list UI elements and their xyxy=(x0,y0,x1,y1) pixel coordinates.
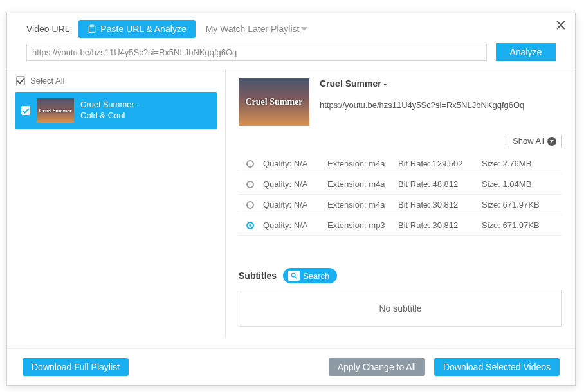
show-all-button[interactable]: Show All xyxy=(507,134,562,148)
format-bitrate: Bit Rate: 30.812 xyxy=(398,220,482,230)
video-item-title: Cruel Summer - Cold & Cool xyxy=(80,100,140,121)
format-bitrate: Bit Rate: 30.812 xyxy=(398,200,482,209)
main-panel: Cruel Summer Cruel Summer - https://yout… xyxy=(226,69,575,337)
video-url-text: https://youtu.be/hzs11U4y5Sc?si=Rx5NLJbN… xyxy=(320,100,562,110)
url-input[interactable] xyxy=(26,44,487,61)
subtitles-box: No subtitle xyxy=(239,290,562,327)
format-quality: Quality: N/A xyxy=(263,200,327,209)
svg-line-3 xyxy=(295,276,297,278)
format-size: Size: 671.97KB xyxy=(482,200,558,209)
format-size: Size: 671.97KB xyxy=(482,220,558,230)
subtitles-search-button[interactable]: Search xyxy=(283,268,337,283)
subtitles-label: Subtitles xyxy=(239,271,277,281)
sidebar: Select All Cruel Summer Cruel Summer - C… xyxy=(7,69,226,337)
format-size: Size: 1.04MB xyxy=(482,179,558,189)
video-item-title-line2: Cold & Cool xyxy=(80,111,140,121)
format-row[interactable]: Quality: N/AExtension: m4aBit Rate: 30.8… xyxy=(239,195,562,215)
video-item-title-line1: Cruel Summer - xyxy=(80,100,140,111)
video-item-checkbox[interactable] xyxy=(21,106,30,115)
format-radio[interactable] xyxy=(246,201,254,209)
watch-later-label: My Watch Later Playlist xyxy=(206,24,300,34)
search-icon xyxy=(288,271,300,281)
format-radio[interactable] xyxy=(246,222,254,229)
download-full-playlist-button[interactable]: Download Full Playlist xyxy=(23,358,129,376)
watch-later-link[interactable]: My Watch Later Playlist xyxy=(206,24,308,34)
paste-url-analyze-button[interactable]: Paste URL & Analyze xyxy=(78,20,195,38)
format-quality: Quality: N/A xyxy=(263,220,327,230)
select-all-checkbox[interactable] xyxy=(16,76,25,85)
format-extension: Extension: m4a xyxy=(327,200,398,209)
chevron-down-icon xyxy=(301,27,307,31)
format-extension: Extension: mp3 xyxy=(327,220,398,230)
video-thumbnail-large: Cruel Summer xyxy=(239,78,309,126)
subtitles-search-label: Search xyxy=(303,271,329,281)
clipboard-icon xyxy=(87,24,96,33)
apply-change-to-all-button[interactable]: Apply Change to All xyxy=(329,358,425,376)
format-bitrate: Bit Rate: 129.502 xyxy=(398,159,482,168)
format-row[interactable]: Quality: N/AExtension: m4aBit Rate: 129.… xyxy=(239,154,562,174)
format-row[interactable]: Quality: N/AExtension: m4aBit Rate: 48.8… xyxy=(239,174,562,195)
format-radio[interactable] xyxy=(246,181,254,188)
thumb-overlay-text: Cruel Summer xyxy=(39,108,72,114)
video-thumbnail-small: Cruel Summer xyxy=(37,98,74,123)
svg-point-2 xyxy=(291,273,295,277)
video-title: Cruel Summer - xyxy=(320,78,562,89)
close-icon xyxy=(556,20,566,30)
format-bitrate: Bit Rate: 48.812 xyxy=(398,179,482,189)
format-quality: Quality: N/A xyxy=(263,159,327,168)
format-radio[interactable] xyxy=(246,160,254,168)
format-row[interactable]: Quality: N/AExtension: mp3Bit Rate: 30.8… xyxy=(239,215,562,236)
format-size: Size: 2.76MB xyxy=(482,159,558,168)
format-quality: Quality: N/A xyxy=(263,179,327,189)
format-extension: Extension: m4a xyxy=(327,179,398,189)
video-url-label: Video URL: xyxy=(26,24,72,34)
show-all-label: Show All xyxy=(513,136,545,146)
analyze-button[interactable]: Analyze xyxy=(496,43,556,61)
thumb-overlay-text-large: Cruel Summer xyxy=(245,97,302,107)
close-button[interactable] xyxy=(556,20,566,30)
paste-url-label: Paste URL & Analyze xyxy=(100,24,186,34)
format-extension: Extension: m4a xyxy=(327,159,398,168)
sidebar-video-item[interactable]: Cruel Summer Cruel Summer - Cold & Cool xyxy=(15,92,217,129)
no-subtitle-text: No subtitle xyxy=(379,303,421,314)
chevron-down-circle-icon xyxy=(547,137,556,146)
format-table: Quality: N/AExtension: m4aBit Rate: 129.… xyxy=(239,154,562,236)
select-all-label: Select All xyxy=(30,76,64,85)
download-selected-videos-button[interactable]: Download Selected Videos xyxy=(434,358,560,376)
